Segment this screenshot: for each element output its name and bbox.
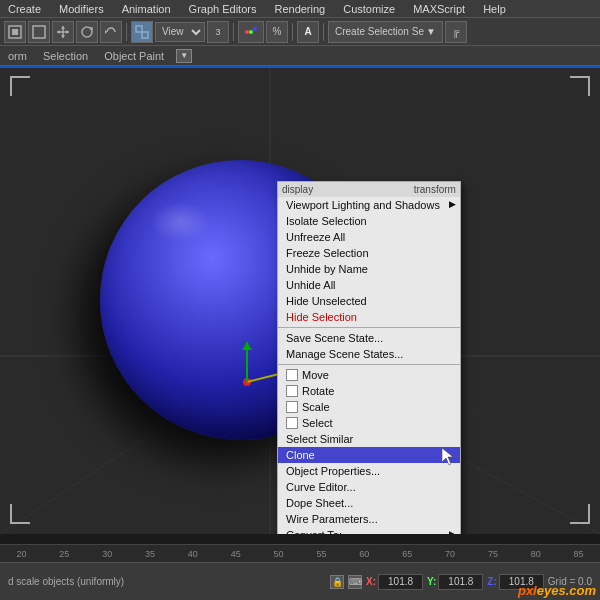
menu-animation[interactable]: Animation [118,3,175,15]
toolbar-undo[interactable] [100,21,122,43]
ctx-hide-unselected[interactable]: Hide Unselected [278,293,460,309]
ctx-sep-1 [278,327,460,328]
toolbar-percent[interactable]: % [266,21,288,43]
menu-help[interactable]: Help [479,3,510,15]
context-menu-header: display transform [278,182,460,197]
ctx-isolate-selection[interactable]: Isolate Selection [278,213,460,229]
ctx-move[interactable]: Move [278,367,460,383]
ctx-scale-check [286,401,298,413]
watermark: pxleyes.com [518,583,596,598]
ctx-wire-parameters[interactable]: Wire Parameters... [278,511,460,527]
tab-object-paint[interactable]: Object Paint [100,50,168,62]
ctx-scale[interactable]: Scale [278,399,460,415]
ctx-select[interactable]: Select [278,415,460,431]
ctx-clone[interactable]: Clone [278,447,460,463]
viewport-corner-tl [10,76,30,96]
ctx-unfreeze-all[interactable]: Unfreeze All [278,229,460,245]
menu-rendering[interactable]: Rendering [270,3,329,15]
lock-icon[interactable]: 🔒 [330,575,344,589]
tick-30: 30 [86,549,129,559]
menu-create[interactable]: Create [4,3,45,15]
ctx-rotate-check [286,385,298,397]
tab-selection[interactable]: Selection [39,50,92,62]
ctx-curve-editor[interactable]: Curve Editor... [278,479,460,495]
svg-rect-11 [136,26,142,32]
key-icon[interactable]: ⌨ [348,575,362,589]
z-label: Z: [487,576,496,587]
tick-50: 50 [257,549,300,559]
timeline: 20 25 30 35 40 45 50 55 60 65 70 75 80 8… [0,544,600,562]
tick-60: 60 [343,549,386,559]
ctx-select-similar[interactable]: Select Similar [278,431,460,447]
tick-25: 25 [43,549,86,559]
ctx-convert-to[interactable]: Convert To: [278,527,460,534]
ctx-unhide-all[interactable]: Unhide All [278,277,460,293]
toolbar-sep-2 [233,23,234,41]
svg-point-13 [245,30,249,34]
tick-75: 75 [471,549,514,559]
tab-transform[interactable]: orm [4,50,31,62]
tick-40: 40 [171,549,214,559]
statusbar: d scale objects (uniformly) 🔒 ⌨ X: Y: Z:… [0,562,600,600]
toolbar-end-btn[interactable]: ╔ [445,21,467,43]
svg-marker-49 [242,342,252,350]
ctx-viewport-lighting[interactable]: Viewport Lighting and Shadows [278,197,460,213]
x-label: X: [366,576,376,587]
viewport-corner-tr [570,76,590,96]
ctx-move-check [286,369,298,381]
header-display: display [282,184,313,195]
watermark-pxl: pxl [518,583,537,598]
ctx-object-properties[interactable]: Object Properties... [278,463,460,479]
ctx-rotate[interactable]: Rotate [278,383,460,399]
svg-rect-2 [33,26,45,38]
toolbar-sep-3 [292,23,293,41]
tick-70: 70 [429,549,472,559]
x-value-input[interactable] [378,574,423,590]
ctx-sep-2 [278,364,460,365]
svg-point-15 [253,27,257,31]
svg-marker-6 [61,35,65,38]
toolbar-text-btn[interactable]: A [297,21,319,43]
create-selection-btn[interactable]: Create Selection Se ▼ [328,21,443,43]
header-transform: transform [414,184,456,195]
svg-marker-7 [57,30,60,34]
toolbar-rotate[interactable] [76,21,98,43]
svg-marker-8 [66,30,69,34]
svg-point-14 [249,30,253,34]
tab-dropdown-icon[interactable]: ▼ [176,49,192,63]
viewport-top-divider [0,66,600,68]
transform-gizmo [222,337,282,397]
status-text: d scale objects (uniformly) [0,576,322,587]
y-value-input[interactable] [438,574,483,590]
ctx-freeze-selection[interactable]: Freeze Selection [278,245,460,261]
viewport-corner-br [570,504,590,524]
svg-marker-5 [61,26,65,29]
toolbar-btn-3d[interactable]: 3 [207,21,229,43]
toolbar-move[interactable] [52,21,74,43]
toolbar-btn-2[interactable] [28,21,50,43]
ctx-dope-sheet[interactable]: Dope Sheet... [278,495,460,511]
menubar: Create Modifiers Animation Graph Editors… [0,0,600,18]
x-coord-field: X: [366,574,423,590]
ctx-unhide-by-name[interactable]: Unhide by Name [278,261,460,277]
ctx-hide-selection[interactable]: Hide Selection [278,309,460,325]
secondary-toolbar: orm Selection Object Paint ▼ [0,46,600,66]
toolbar-render[interactable] [238,21,264,43]
viewport-corner-bl [10,504,30,524]
menu-maxscript[interactable]: MAXScript [409,3,469,15]
menu-customize[interactable]: Customize [339,3,399,15]
toolbar-sep-4 [323,23,324,41]
tick-20: 20 [0,549,43,559]
toolbar-btn-1[interactable] [4,21,26,43]
viewport: display transform Viewport Lighting and … [0,66,600,534]
menu-graph-editors[interactable]: Graph Editors [185,3,261,15]
toolbar-select[interactable] [131,21,153,43]
y-label: Y: [427,576,436,587]
ctx-manage-scene-states[interactable]: Manage Scene States... [278,346,460,362]
watermark-eyes: eyes [537,583,566,598]
ctx-save-scene-state[interactable]: Save Scene State... [278,330,460,346]
watermark-dot-com: .com [566,583,596,598]
view-select[interactable]: View [155,22,205,42]
menu-modifiers[interactable]: Modifiers [55,3,108,15]
tick-85: 85 [557,549,600,559]
